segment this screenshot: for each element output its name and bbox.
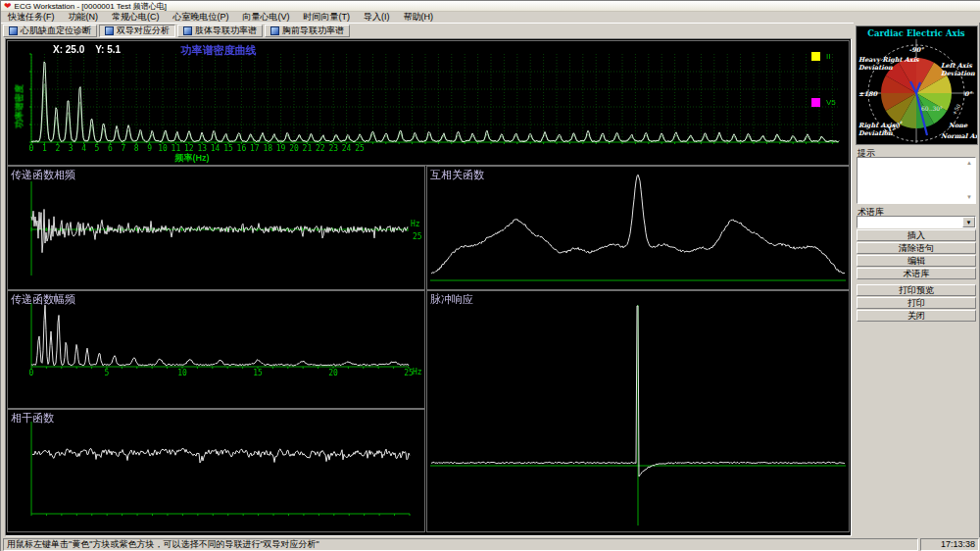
panel-transfer-phase: 传递函数相频 Hz 25 [7,166,425,290]
panel-cross-correlation: 互相关函数 [426,166,850,290]
tab-ecg-icon [270,26,279,35]
app-heart-icon: ❤ [4,2,12,10]
panel-impulse-response: 脉冲响应 [426,290,850,532]
tab-label: 心肌缺血定位诊断 [21,25,91,37]
scroll-down-icon[interactable]: ▼ [964,193,974,202]
tab-label: 双导对应分析 [117,25,170,37]
app-window: ❤ ECG Workstation - [0000001 Test 频谱心电] … [0,0,980,551]
psd-chart-title: 功率谱密度曲线 [145,43,292,58]
compass-label-left-dev-1: Left Axis [941,62,973,70]
lead-ii-legend-item: II [811,52,830,61]
panel-coherence: 相干函数 [7,409,425,532]
compass-label-normal-axis: Normal Axis [941,132,977,140]
compass-label-left-dev-2: Deviation [941,70,975,77]
phase-axis-max: 25 [413,232,422,241]
charts-area: X: 25.0 Y: 5.1 功率谱密度曲线 功率谱密度 频率(Hz) II V… [5,38,852,536]
transfer-magnitude-canvas [8,291,424,408]
lead-v5-swatch[interactable] [811,98,820,107]
compass-title: Cardiac Electric Axis [867,28,965,38]
compass-center-value: 60..30° [921,105,943,112]
edit-button[interactable]: 编辑 [857,255,976,267]
right-sidebar: Cardiac Electric Axis [856,23,979,537]
cardiac-axis-compass: Cardiac Electric Axis [856,25,978,145]
lead-ii-label: II [826,52,830,61]
lead-ii-swatch[interactable] [811,52,820,61]
terminology-combobox[interactable]: ▼ [857,216,976,228]
menu-bar: 快速任务(F)功能(N)常规心电(C)心室晚电位(P)向量心电(V)时间向量(T… [1,12,980,23]
tab-3[interactable]: 胸前导联功率谱 [265,25,350,37]
tab-ecg-icon [9,26,18,35]
window-title: ECG Workstation - [0000001 Test 频谱心电] [15,1,167,12]
close-button[interactable]: 关闭 [857,310,976,322]
hint-textbox[interactable]: ▲ ▼ [857,157,976,204]
tab-1[interactable]: 双导对应分析 [99,25,175,37]
status-clock: 17:13:38 [920,538,979,551]
term-library-button[interactable]: 术语库 [857,268,976,279]
tab-ecg-icon [183,26,192,35]
cursor-readout: X: 25.0 Y: 5.1 [53,44,121,55]
lead-v5-label: V5 [826,98,836,107]
combobox-dropdown-icon[interactable]: ▼ [962,217,975,227]
transfer-magnitude-title: 传递函数幅频 [11,292,75,307]
compass-label-heavy-right-2: Deviation [858,64,893,72]
print-preview-button[interactable]: 打印预览 [857,284,976,296]
compass-label-minus90: -90° [909,46,925,54]
compass-arc-small-label: +50 [951,103,961,116]
impulse-response-title: 脉冲响应 [430,292,473,307]
phase-axis-unit: Hz [411,220,420,228]
panel-transfer-magnitude: 传递函数幅频 [7,290,425,409]
tab-label: 肢体导联功率谱 [195,25,257,37]
psd-chart-canvas[interactable] [8,41,849,165]
impulse-response-canvas [427,291,849,531]
compass-label-180: ±180 [858,90,878,98]
tab-bar: 心肌缺血定位诊断双导对应分析肢体导联功率谱胸前导联功率谱 [1,23,854,37]
transfer-phase-canvas [8,167,424,289]
status-bar: 用鼠标左键单击"黄色"方块或紫色方块，可以选择不同的导联进行"双导对应分析" 1… [1,537,980,551]
coherence-canvas [8,410,424,531]
tab-0[interactable]: 心肌缺血定位诊断 [3,25,97,37]
compass-label-0: 0° [964,90,973,98]
print-button[interactable]: 打印 [857,297,976,309]
panel-power-spectral-density: X: 25.0 Y: 5.1 功率谱密度曲线 功率谱密度 频率(Hz) II V… [7,40,850,166]
psd-y-axis-label: 功率谱密度 [14,70,26,144]
psd-x-axis-label: 频率(Hz) [161,152,223,165]
cross-correlation-canvas [427,167,849,289]
cross-correlation-title: 互相关函数 [430,168,484,182]
transfer-phase-title: 传递函数相频 [11,168,75,182]
compass-label-heavy-right-1: Heavy Right Axis [858,56,920,64]
scroll-up-icon[interactable]: ▲ [964,159,974,168]
lead-v5-legend-item: V5 [811,98,836,107]
coherence-title: 相干函数 [11,411,54,426]
tab-ecg-icon [105,26,114,35]
tab-2[interactable]: 肢体导联功率谱 [177,25,263,37]
compass-label-none: None [949,122,968,129]
tab-label: 胸前导联功率谱 [282,25,344,37]
insert-button[interactable]: 插入 [857,229,976,241]
cardiac-axis-diagram: Cardiac Electric Axis [857,26,977,144]
clear-statement-button[interactable]: 清除语句 [857,242,976,254]
status-hint-text: 用鼠标左键单击"黄色"方块或紫色方块，可以选择不同的导联进行"双导对应分析" [3,538,918,551]
